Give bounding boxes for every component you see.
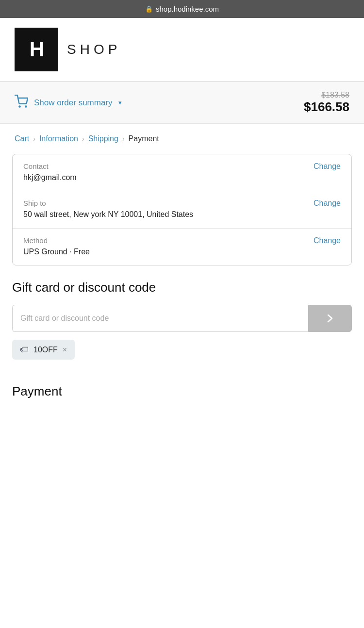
info-card: Contact Change hkj@gmail.com Ship to Cha… (12, 154, 352, 265)
discount-remove-button[interactable]: × (63, 346, 67, 354)
order-summary-bar[interactable]: Show order summary ▾ $183.58 $166.58 (0, 82, 364, 124)
logo-text: SHOP (67, 42, 121, 57)
breadcrumb-cart[interactable]: Cart (15, 134, 29, 143)
breadcrumb-shipping[interactable]: Shipping (88, 134, 118, 143)
method-change-button[interactable]: Change (314, 236, 341, 245)
browser-url: shop.hodinkee.com (156, 5, 219, 13)
breadcrumb-sep-3: › (122, 135, 125, 143)
shipto-label: Ship to (23, 199, 46, 207)
logo-h-box: H (15, 28, 58, 71)
payment-section: Payment (0, 369, 364, 404)
browser-bar: 🔒 shop.hodinkee.com (0, 0, 364, 18)
header: H SHOP (0, 18, 364, 82)
discount-tag: 🏷 10OFF × (12, 340, 75, 360)
chevron-down-icon: ▾ (118, 99, 122, 106)
breadcrumb: Cart › Information › Shipping › Payment (0, 124, 364, 154)
gift-section-title: Gift card or discount code (12, 280, 352, 295)
svg-point-1 (25, 106, 26, 107)
logo-letter: H (30, 38, 43, 61)
contact-change-button[interactable]: Change (314, 162, 341, 171)
method-row: Method Change UPS Ground · Free (13, 229, 351, 265)
order-summary-label: Show order summary (34, 98, 113, 108)
tag-icon: 🏷 (20, 345, 29, 355)
lock-icon: 🔒 (145, 5, 153, 13)
breadcrumb-information[interactable]: Information (39, 134, 78, 143)
order-summary-toggle[interactable]: Show order summary ▾ (15, 95, 122, 111)
discounted-price: $166.58 (304, 99, 349, 115)
gift-input-row (12, 305, 352, 332)
original-price: $183.58 (304, 91, 349, 99)
method-label: Method (23, 236, 48, 245)
gift-submit-button[interactable] (308, 305, 352, 332)
svg-point-0 (19, 106, 20, 107)
contact-row: Contact Change hkj@gmail.com (13, 154, 351, 191)
breadcrumb-sep-1: › (33, 135, 35, 143)
method-value: UPS Ground · Free (23, 247, 341, 257)
logo: H SHOP (15, 28, 121, 71)
gift-card-section: Gift card or discount code 🏷 10OFF × (0, 265, 364, 369)
shipto-value: 50 wall street, New york NY 10001, Unite… (23, 209, 341, 220)
contact-value: hkj@gmail.com (23, 172, 341, 183)
discount-code: 10OFF (33, 346, 58, 354)
breadcrumb-payment: Payment (129, 134, 159, 143)
breadcrumb-sep-2: › (82, 135, 84, 143)
order-summary-prices: $183.58 $166.58 (304, 91, 349, 115)
cart-icon (15, 95, 28, 111)
shipto-change-button[interactable]: Change (314, 199, 341, 208)
contact-label: Contact (23, 162, 49, 170)
payment-title: Payment (12, 384, 352, 399)
gift-code-input[interactable] (12, 305, 308, 332)
shipto-row: Ship to Change 50 wall street, New york … (13, 191, 351, 228)
